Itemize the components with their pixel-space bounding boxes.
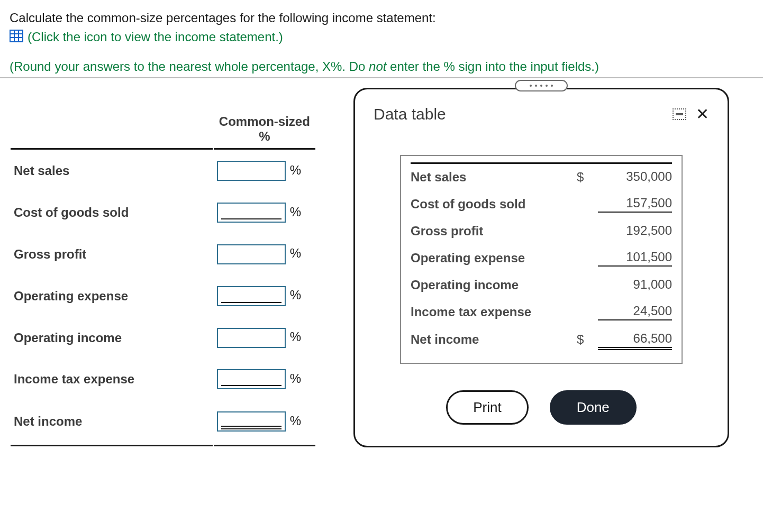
- data-label-net-income: Net income: [411, 332, 577, 347]
- drag-handle-icon[interactable]: [515, 80, 568, 91]
- close-icon[interactable]: ✕: [696, 106, 709, 122]
- data-value-gross-profit: 192,500: [598, 223, 672, 239]
- instruction-text: (Round your answers to the nearest whole…: [10, 59, 753, 74]
- data-table-popup: Data table ✕ Net sales $ 350,000 Cost of…: [353, 88, 729, 447]
- answer-table: Common-sized % Net sales % Cost of goods…: [10, 110, 316, 447]
- operating-income-input[interactable]: [217, 328, 286, 348]
- row-label-gross-profit: Gross profit: [11, 234, 213, 275]
- percent-sign: %: [290, 205, 301, 219]
- data-label-operating-income: Operating income: [411, 278, 577, 292]
- percent-sign: %: [290, 163, 301, 177]
- row-label-net-income: Net income: [11, 401, 213, 446]
- currency-symbol: $: [577, 170, 598, 185]
- data-value-net-income: 66,500: [598, 331, 672, 348]
- popup-title: Data table: [374, 105, 446, 123]
- common-size-header: Common-sized %: [214, 111, 315, 150]
- currency-symbol: $: [577, 332, 598, 347]
- data-value-operating-income: 91,000: [598, 277, 672, 293]
- row-label-net-sales: Net sales: [11, 151, 213, 191]
- percent-sign: %: [290, 371, 301, 386]
- row-label-operating-expense: Operating expense: [11, 276, 213, 316]
- gross-profit-input[interactable]: [217, 244, 286, 264]
- table-icon[interactable]: [10, 30, 23, 44]
- hint-text: (Click the icon to view the income state…: [28, 30, 283, 44]
- percent-sign: %: [290, 329, 301, 344]
- data-label-net-sales: Net sales: [411, 170, 577, 185]
- net-sales-input[interactable]: [217, 161, 286, 181]
- data-label-gross-profit: Gross profit: [411, 224, 577, 239]
- hint-line: (Click the icon to view the income state…: [10, 30, 753, 44]
- data-value-income-tax: 24,500: [598, 304, 672, 320]
- cogs-input[interactable]: [217, 203, 286, 223]
- question-text: Calculate the common-size percentages fo…: [10, 11, 753, 25]
- row-label-operating-income: Operating income: [11, 317, 213, 358]
- percent-sign: %: [290, 246, 301, 260]
- data-label-operating-expense: Operating expense: [411, 251, 577, 265]
- section-divider: [0, 77, 763, 78]
- percent-sign: %: [290, 414, 301, 428]
- data-value-net-sales: 350,000: [598, 169, 672, 185]
- percent-sign: %: [290, 288, 301, 302]
- row-label-income-tax: Income tax expense: [11, 359, 213, 400]
- income-tax-input[interactable]: [217, 369, 286, 389]
- instruction-post: enter the % sign into the input fields.): [386, 59, 599, 74]
- svg-rect-0: [10, 30, 23, 42]
- done-button[interactable]: Done: [550, 390, 637, 425]
- data-value-cogs: 157,500: [598, 196, 672, 213]
- data-value-operating-expense: 101,500: [598, 250, 672, 267]
- data-label-income-tax: Income tax expense: [411, 305, 577, 319]
- minimize-icon[interactable]: [673, 108, 686, 120]
- operating-expense-input[interactable]: [217, 286, 286, 306]
- print-button[interactable]: Print: [446, 390, 528, 425]
- instruction-em: not: [369, 59, 386, 74]
- income-statement-box: Net sales $ 350,000 Cost of goods sold 1…: [400, 155, 683, 364]
- data-label-cogs: Cost of goods sold: [411, 197, 577, 212]
- instruction-pre: (Round your answers to the nearest whole…: [10, 59, 369, 74]
- row-label-cogs: Cost of goods sold: [11, 192, 213, 233]
